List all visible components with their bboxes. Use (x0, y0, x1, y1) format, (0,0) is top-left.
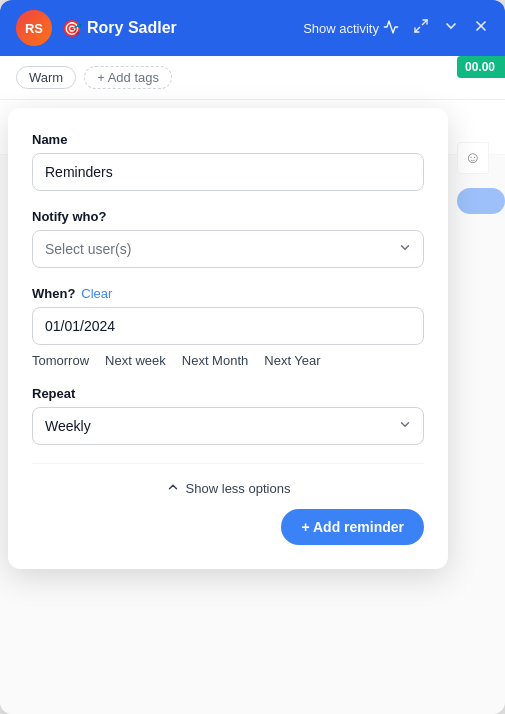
activity-wave-icon (383, 19, 399, 38)
contact-name: Rory Sadler (87, 19, 177, 37)
reminder-modal: Name Notify who? Select user(s) (8, 108, 448, 569)
name-label: Name (32, 132, 424, 147)
when-section: When? Clear Tomorrow Next week Next Mont… (32, 286, 424, 368)
repeat-label: Repeat (32, 386, 424, 401)
chevron-up-icon (166, 480, 180, 497)
notify-select-wrapper: Select user(s) (32, 230, 424, 268)
svg-line-0 (422, 20, 427, 25)
tomorrow-button[interactable]: Tomorrow (32, 353, 89, 368)
next-month-button[interactable]: Next Month (182, 353, 248, 368)
name-section: Name (32, 132, 424, 191)
notify-label: Notify who? (32, 209, 424, 224)
add-reminder-button[interactable]: + Add reminder (281, 509, 424, 545)
quick-dates-row: Tomorrow Next week Next Month Next Year (32, 353, 424, 368)
next-week-button[interactable]: Next week (105, 353, 166, 368)
show-activity-label: Show activity (303, 21, 379, 36)
chevron-down-icon[interactable] (443, 18, 459, 38)
header-actions: Show activity (303, 18, 489, 38)
notify-section: Notify who? Select user(s) (32, 209, 424, 268)
expand-icon[interactable] (413, 18, 429, 38)
repeat-section: Repeat Never Daily Weekly Monthly Yearly (32, 386, 424, 445)
header-emoji: 🎯 (62, 19, 82, 38)
name-input[interactable] (32, 153, 424, 191)
repeat-select-wrapper: Never Daily Weekly Monthly Yearly (32, 407, 424, 445)
add-tags-label: + Add tags (97, 70, 159, 85)
when-label: When? (32, 286, 75, 301)
show-less-label: Show less options (186, 481, 291, 496)
modal-overlay: Name Notify who? Select user(s) (0, 100, 505, 714)
header-name: 🎯 Rory Sadler (62, 19, 177, 38)
header: RS 🎯 Rory Sadler Show activity (0, 0, 505, 56)
repeat-select[interactable]: Never Daily Weekly Monthly Yearly (32, 407, 424, 445)
next-year-button[interactable]: Next Year (264, 353, 320, 368)
avatar-image: RS (16, 10, 52, 46)
divider (32, 463, 424, 464)
date-input[interactable] (32, 307, 424, 345)
svg-line-1 (415, 27, 420, 32)
avatar: RS (16, 10, 52, 46)
when-label-row: When? Clear (32, 286, 424, 301)
add-tags-button[interactable]: + Add tags (84, 66, 172, 89)
show-less-options-button[interactable]: Show less options (32, 480, 424, 497)
warm-tag[interactable]: Warm (16, 66, 76, 89)
show-activity-button[interactable]: Show activity (303, 19, 399, 38)
close-icon[interactable] (473, 18, 489, 38)
app-window: RS 🎯 Rory Sadler Show activity (0, 0, 505, 714)
notify-select[interactable]: Select user(s) (32, 230, 424, 268)
add-reminder-label: + Add reminder (301, 519, 404, 535)
modal-footer: + Add reminder (32, 509, 424, 545)
clear-button[interactable]: Clear (81, 286, 112, 301)
tags-row: Warm + Add tags (0, 56, 505, 100)
